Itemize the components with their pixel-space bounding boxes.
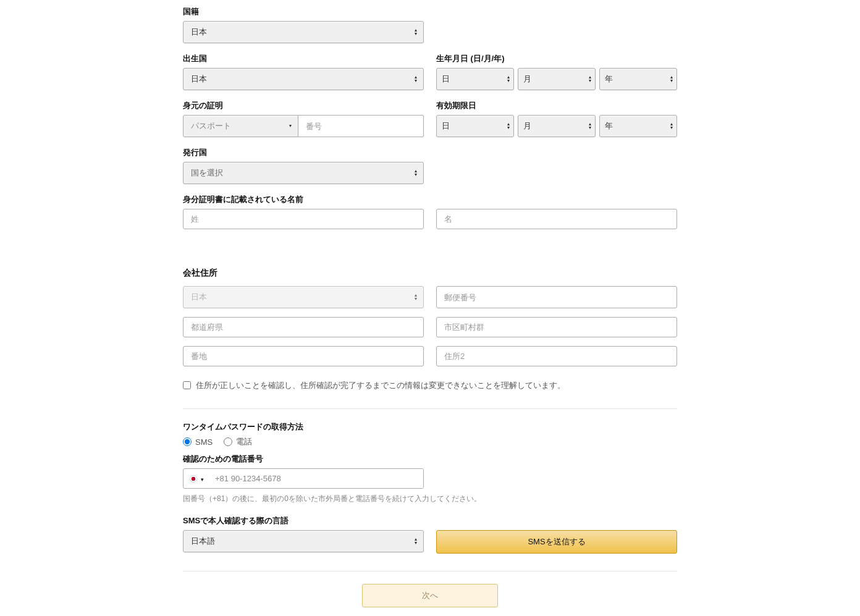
address2-input[interactable] [436, 346, 677, 366]
next-button[interactable]: 次へ [362, 584, 498, 607]
birth-country-label: 出生国 [183, 53, 424, 64]
street-input[interactable] [183, 346, 424, 366]
phone-country-select[interactable] [183, 469, 210, 488]
divider [183, 571, 677, 572]
last-name-input[interactable] [183, 209, 424, 229]
chevron-down-icon [201, 474, 204, 483]
confirm-address-text: 住所が正しいことを確認し、住所確認が完了するまでこの情報は変更できないことを理解… [196, 380, 565, 391]
confirm-address-checkbox[interactable] [183, 381, 191, 389]
divider [183, 408, 677, 409]
japan-flag-icon [190, 475, 197, 483]
phone-help-text: 国番号（+81）の後に、最初の0を除いた市外局番と電話番号を続けて入力してくださ… [183, 494, 677, 504]
issuing-country-select[interactable]: 国を選択 [183, 162, 424, 184]
nationality-label: 国籍 [183, 6, 677, 17]
otp-method-label: ワンタイムパスワードの取得方法 [183, 421, 677, 432]
first-name-input[interactable] [436, 209, 677, 229]
expiry-year-select[interactable]: 年 [599, 115, 677, 137]
dob-day-select[interactable]: 日 [436, 68, 514, 90]
otp-sms-radio[interactable] [183, 437, 192, 446]
postal-code-input[interactable] [436, 286, 677, 308]
id-proof-label: 身元の証明 [183, 100, 424, 111]
birth-country-select[interactable]: 日本 [183, 68, 424, 90]
id-name-label: 身分証明書に記載されている名前 [183, 194, 677, 205]
company-address-heading: 会社住所 [183, 268, 677, 279]
phone-number-input[interactable] [210, 469, 423, 488]
city-input[interactable] [436, 317, 677, 337]
sms-language-select[interactable]: 日本語 [183, 530, 424, 552]
id-number-input[interactable] [298, 115, 424, 137]
issuing-country-label: 発行国 [183, 147, 677, 158]
send-sms-button[interactable]: SMSを送信する [436, 530, 677, 554]
id-type-select[interactable]: パスポート [183, 115, 298, 137]
otp-sms-label: SMS [195, 437, 213, 447]
address-country-select[interactable]: 日本 [183, 286, 424, 308]
dob-year-select[interactable]: 年 [599, 68, 677, 90]
expiry-month-select[interactable]: 月 [518, 115, 596, 137]
expiry-day-select[interactable]: 日 [436, 115, 514, 137]
otp-phone-label: 電話 [236, 436, 252, 447]
verify-phone-label: 確認のための電話番号 [183, 454, 677, 465]
dob-month-select[interactable]: 月 [518, 68, 596, 90]
prefecture-input[interactable] [183, 317, 424, 337]
otp-phone-radio[interactable] [224, 437, 232, 446]
nationality-select[interactable]: 日本 [183, 21, 424, 43]
expiry-label: 有効期限日 [436, 100, 677, 111]
sms-language-label: SMSで本人確認する際の言語 [183, 515, 677, 526]
dob-label: 生年月日 (日/月/年) [436, 53, 677, 64]
